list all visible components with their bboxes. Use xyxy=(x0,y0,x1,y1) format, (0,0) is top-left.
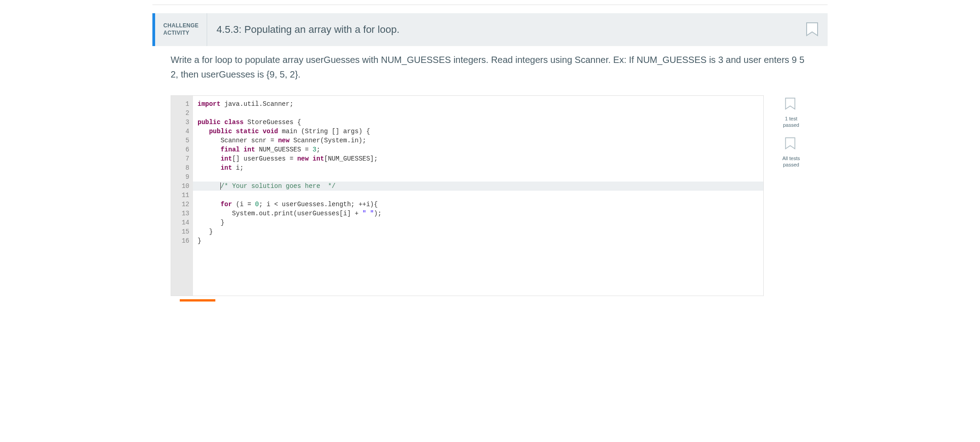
test-status-1: 1 test passed xyxy=(783,97,799,129)
code-line[interactable]: import java.util.Scanner; xyxy=(198,99,759,109)
progress-indicator xyxy=(180,299,215,302)
line-number: 11 xyxy=(177,191,189,200)
code-area[interactable]: import java.util.Scanner; public class S… xyxy=(193,96,763,296)
line-number-gutter: 12345678910111213141516 xyxy=(171,96,193,296)
test-2-line1: All tests xyxy=(782,155,800,161)
test-2-line2: passed xyxy=(782,161,800,168)
line-number: 14 xyxy=(177,218,189,227)
code-line[interactable]: } xyxy=(198,236,759,245)
test-badge-icon xyxy=(785,137,798,152)
top-divider xyxy=(152,5,828,5)
line-number: 9 xyxy=(177,172,189,182)
challenge-title: 4.5.3: Populating an array with a for lo… xyxy=(207,13,797,46)
line-number: 10 xyxy=(177,182,189,191)
code-line[interactable] xyxy=(198,191,759,200)
line-number: 16 xyxy=(177,236,189,245)
line-number: 4 xyxy=(177,127,189,136)
test-status-2: All tests passed xyxy=(782,137,800,168)
test-1-line1: 1 test xyxy=(783,115,799,122)
challenge-label-line1: CHALLENGE xyxy=(163,22,198,30)
code-line[interactable]: } xyxy=(198,218,759,227)
code-line[interactable]: final int NUM_GUESSES = 3; xyxy=(198,145,759,154)
code-line[interactable] xyxy=(198,109,759,118)
code-editor[interactable]: 12345678910111213141516 import java.util… xyxy=(171,95,764,296)
code-line[interactable]: System.out.print(userGuesses[i] + " "); xyxy=(198,209,759,218)
challenge-label-line2: ACTIVITY xyxy=(163,30,198,37)
line-number: 1 xyxy=(177,99,189,109)
line-number: 13 xyxy=(177,209,189,218)
code-line[interactable]: } xyxy=(198,227,759,236)
code-line[interactable]: int[] userGuesses = new int[NUM_GUESSES]… xyxy=(198,154,759,163)
code-line[interactable]: Scanner scnr = new Scanner(System.in); xyxy=(198,136,759,145)
work-area: 12345678910111213141516 import java.util… xyxy=(171,95,809,296)
challenge-label: CHALLENGE ACTIVITY xyxy=(155,13,207,46)
line-number: 3 xyxy=(177,118,189,127)
line-number: 7 xyxy=(177,154,189,163)
line-number: 2 xyxy=(177,109,189,118)
line-number: 15 xyxy=(177,227,189,236)
code-line[interactable]: public class StoreGuesses { xyxy=(198,118,759,127)
line-number: 5 xyxy=(177,136,189,145)
problem-statement: Write a for loop to populate array userG… xyxy=(171,52,809,82)
test-status-panel: 1 test passed All tests passed xyxy=(773,95,809,296)
line-number: 12 xyxy=(177,200,189,209)
code-line[interactable]: for (i = 0; i < userGuesses.length; ++i)… xyxy=(198,200,759,209)
progress-bar-area xyxy=(171,299,809,302)
test-badge-icon xyxy=(785,97,798,113)
test-1-line2: passed xyxy=(783,122,799,128)
challenge-header: CHALLENGE ACTIVITY 4.5.3: Populating an … xyxy=(152,13,828,46)
bookmark-icon[interactable] xyxy=(806,22,818,37)
line-number: 8 xyxy=(177,163,189,172)
code-line[interactable] xyxy=(198,172,759,182)
line-number: 6 xyxy=(177,145,189,154)
code-line[interactable]: int i; xyxy=(198,163,759,172)
code-line[interactable]: public static void main (String [] args)… xyxy=(198,127,759,136)
code-line[interactable]: /* Your solution goes here */ xyxy=(193,182,763,191)
